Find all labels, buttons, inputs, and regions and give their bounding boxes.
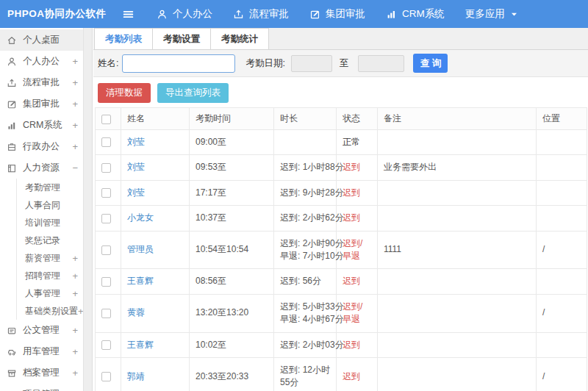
name-cell: 黄蓉: [121, 294, 190, 332]
expand-toggle[interactable]: +: [72, 99, 78, 109]
sidebar-item[interactable]: 公文管理+: [0, 320, 83, 341]
time-cell: 09:00至: [190, 130, 274, 155]
status-badge: 迟到: [343, 162, 360, 172]
date-from-input[interactable]: [291, 55, 332, 72]
sidebar-subitem[interactable]: 考勤管理: [17, 179, 83, 196]
sidebar-subitem[interactable]: 薪资管理+: [17, 249, 83, 267]
column-header: 状态: [337, 108, 378, 130]
table-row: 刘莹09:00至正常: [96, 130, 587, 155]
status-badge: 迟到: [343, 276, 360, 286]
duration-cell: 迟到: 1小时88分: [274, 155, 337, 180]
status-cell: 迟到/早退: [337, 294, 378, 332]
sidebar-item[interactable]: 集团审批+: [0, 93, 83, 115]
remark-cell: [378, 269, 537, 294]
sidebar-item[interactable]: CRM系统+: [0, 115, 83, 136]
row-checkbox[interactable]: [101, 277, 111, 287]
sidebar-item[interactable]: 项目管理+: [0, 384, 83, 391]
row-checkbox[interactable]: [101, 214, 111, 223]
name-filter-input[interactable]: [122, 54, 235, 73]
sidebar-submenu: 考勤管理人事合同培训管理奖惩记录薪资管理+招聘管理+人事管理+基础类别设置+: [16, 179, 83, 320]
sidebar-item-label: 人力资源: [23, 162, 60, 174]
sidebar-item[interactable]: 流程审批+: [0, 72, 83, 93]
expand-toggle[interactable]: +: [72, 142, 78, 151]
row-checkbox[interactable]: [101, 340, 111, 350]
expand-toggle[interactable]: +: [72, 121, 78, 130]
nav-more-apps[interactable]: 更多应用: [465, 7, 519, 21]
status-cell: 迟到: [337, 155, 378, 180]
expand-toggle[interactable]: +: [72, 326, 78, 335]
nav-item-user[interactable]: 个人办公: [157, 7, 212, 21]
table-row: 小龙女10:37至迟到: 2小时62分迟到: [96, 206, 587, 231]
employee-name-link[interactable]: 刘莹: [127, 187, 145, 198]
expand-toggle[interactable]: +: [78, 306, 84, 316]
row-select-cell: [96, 206, 121, 231]
tab-3[interactable]: 考勤统计: [210, 28, 269, 50]
sidebar-item[interactable]: 档案管理+: [0, 362, 83, 384]
sidebar-subitem[interactable]: 奖惩记录: [17, 232, 83, 249]
nav-item-share[interactable]: 流程审批: [233, 7, 289, 21]
employee-name-link[interactable]: 黄蓉: [127, 307, 145, 318]
employee-name-link[interactable]: 王喜辉: [127, 276, 154, 286]
row-checkbox[interactable]: [101, 137, 111, 147]
expand-toggle[interactable]: +: [72, 271, 78, 281]
employee-name-link[interactable]: 管理员: [127, 244, 154, 254]
duration-line: 迟到: 5小时33分: [280, 301, 330, 313]
expand-toggle[interactable]: +: [72, 368, 78, 378]
sidebar-item[interactable]: 个人办公+: [0, 51, 83, 72]
sidebar-subitem[interactable]: 基础类别设置+: [17, 302, 83, 320]
remark-cell: [378, 180, 537, 205]
employee-name-link[interactable]: 小龙女: [127, 212, 154, 223]
sidebar-item[interactable]: 人力资源−: [0, 157, 83, 179]
nav-item-edit[interactable]: 集团审批: [309, 7, 365, 21]
nav-more-label: 更多应用: [465, 7, 505, 21]
table-row: 王喜辉08:56至迟到: 56分迟到: [96, 269, 587, 294]
search-button[interactable]: 查 询: [413, 54, 448, 73]
chart-icon: [7, 121, 17, 131]
employee-name-link[interactable]: 郭靖: [127, 371, 145, 381]
column-header: 姓名: [121, 108, 190, 130]
hamburger-icon: [122, 8, 135, 21]
sidebar-item[interactable]: 用车管理+: [0, 341, 83, 362]
cabinet-icon: [7, 142, 17, 152]
expand-toggle[interactable]: +: [72, 78, 78, 87]
status-badge: 迟到: [343, 340, 360, 350]
nav-item-chart[interactable]: CRM系统: [386, 7, 445, 21]
sidebar-subitem[interactable]: 培训管理: [17, 214, 83, 232]
expand-toggle[interactable]: +: [72, 289, 78, 298]
row-checkbox[interactable]: [101, 188, 111, 198]
duration-cell: 迟到: 12小时55分: [274, 357, 337, 391]
sidebar-scrollbar[interactable]: [84, 28, 93, 391]
home-icon: [7, 35, 17, 46]
remark-cell: [378, 206, 537, 231]
duration-line: 迟到: 56分: [280, 275, 330, 287]
row-checkbox[interactable]: [101, 245, 111, 255]
sidebar-subitem-label: 培训管理: [25, 217, 60, 229]
expand-toggle[interactable]: +: [72, 254, 78, 263]
sidebar-item[interactable]: 行政办公+: [0, 136, 83, 157]
row-checkbox[interactable]: [101, 163, 111, 173]
duration-line: 迟到: 2小时62分: [280, 212, 330, 224]
expand-toggle[interactable]: −: [72, 163, 78, 173]
sidebar-subitem[interactable]: 招聘管理+: [17, 267, 83, 284]
date-to-input[interactable]: [358, 55, 404, 72]
employee-name-link[interactable]: 刘莹: [127, 137, 145, 147]
sidebar-subitem[interactable]: 人事合同: [17, 196, 83, 214]
tab-1[interactable]: 考勤列表: [94, 28, 153, 50]
row-checkbox[interactable]: [101, 372, 111, 381]
sidebar-item[interactable]: 个人桌面: [0, 29, 83, 51]
export-list-button[interactable]: 导出查询列表: [157, 83, 229, 103]
employee-name-link[interactable]: 王喜辉: [127, 340, 154, 350]
clean-data-button[interactable]: 清理数据: [98, 83, 151, 103]
time-cell: 20:33至20:33: [190, 357, 274, 391]
employee-name-link[interactable]: 刘莹: [127, 162, 145, 172]
select-all-checkbox[interactable]: [101, 115, 111, 124]
row-select-cell: [96, 155, 121, 180]
sidebar-subitem[interactable]: 人事管理+: [17, 284, 83, 302]
main-content: 考勤列表考勤设置考勤统计 姓名: 考勤日期: 至 查 询 清理数据 导出查询列表…: [93, 28, 588, 391]
row-checkbox[interactable]: [101, 309, 111, 318]
menu-toggle-button[interactable]: [122, 8, 135, 21]
expand-toggle[interactable]: +: [72, 57, 78, 66]
tab-2[interactable]: 考勤设置: [152, 28, 211, 50]
status-badge: 迟到/早退: [343, 301, 362, 324]
expand-toggle[interactable]: +: [72, 347, 78, 356]
